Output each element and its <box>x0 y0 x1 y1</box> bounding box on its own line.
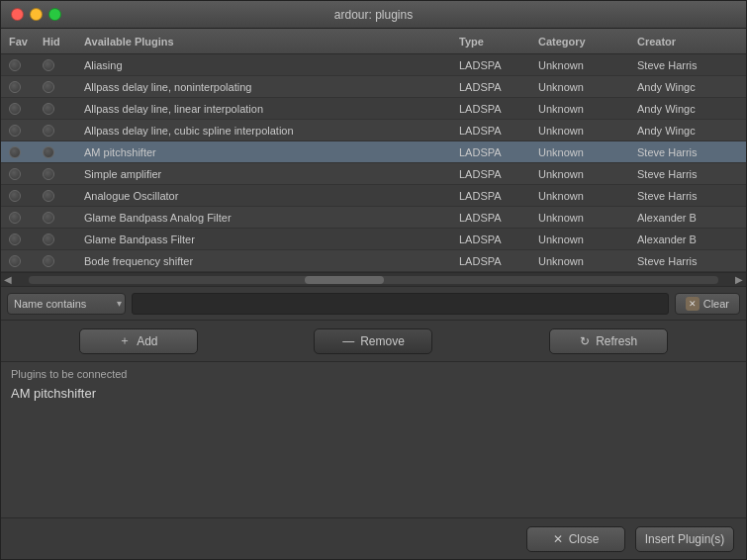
hid-radio-2[interactable] <box>43 103 54 115</box>
cell-fav-0 <box>1 59 43 71</box>
insert-button-label: Insert Plugin(s) <box>645 532 725 546</box>
add-button-label: Add <box>137 334 157 348</box>
fav-radio-7[interactable] <box>9 212 21 224</box>
plugin-table-body[interactable]: Aliasing LADSPA Unknown Steve Harris All… <box>1 54 746 272</box>
fav-radio-8[interactable] <box>9 233 21 245</box>
cell-fav-6 <box>1 190 43 202</box>
hid-radio-5[interactable] <box>43 168 54 180</box>
title-bar: ardour: plugins <box>1 1 746 29</box>
col-header-category: Category <box>538 36 637 47</box>
scroll-left-arrow[interactable]: ◀ <box>1 273 15 287</box>
hid-radio-3[interactable] <box>43 125 54 137</box>
cell-plugin-name-3: Allpass delay line, cubic spline interpo… <box>84 125 459 137</box>
table-row[interactable]: Glame Bandpass Filter LADSPA Unknown Ale… <box>1 229 746 250</box>
hid-radio-8[interactable] <box>43 233 54 245</box>
cell-plugin-name-7: Glame Bandpass Analog Filter <box>84 212 459 224</box>
table-row[interactable]: Allpass delay line, noninterpolating LAD… <box>1 76 746 98</box>
cell-type-3: LADSPA <box>459 125 538 137</box>
horizontal-scrollbar[interactable]: ◀ ▶ <box>1 272 746 286</box>
cell-type-2: LADSPA <box>459 103 538 115</box>
connected-plugins-area: Plugins to be connected AM pitchshifter <box>1 361 746 517</box>
cell-fav-1 <box>1 81 43 93</box>
cell-fav-7 <box>1 212 43 224</box>
close-window-button[interactable] <box>11 8 24 21</box>
cell-hid-4 <box>43 146 84 158</box>
fav-radio-1[interactable] <box>9 81 21 93</box>
cell-creator-3: Andy Wingc <box>637 125 746 137</box>
cell-hid-9 <box>43 255 84 267</box>
hid-radio-7[interactable] <box>43 212 54 224</box>
cell-plugin-name-5: Simple amplifier <box>84 168 459 180</box>
cell-creator-9: Steve Harris <box>637 255 746 267</box>
hid-radio-6[interactable] <box>43 190 54 202</box>
table-row[interactable]: Bode frequency shifter LADSPA Unknown St… <box>1 250 746 272</box>
maximize-window-button[interactable] <box>48 8 61 21</box>
h-scrollbar-track[interactable] <box>29 276 718 284</box>
close-button[interactable]: ✕ Close <box>526 526 625 552</box>
h-scrollbar-thumb[interactable] <box>305 276 384 284</box>
cell-category-7: Unknown <box>538 212 637 224</box>
cell-fav-9 <box>1 255 43 267</box>
cell-plugin-name-6: Analogue Oscillator <box>84 190 459 202</box>
clear-button[interactable]: ✕ Clear <box>675 293 740 315</box>
cell-hid-6 <box>43 190 84 202</box>
filter-type-select[interactable]: Name contains Type contains Category con… <box>7 293 126 315</box>
refresh-button[interactable]: ↻ Refresh <box>549 328 668 354</box>
table-row[interactable]: AM pitchshifter LADSPA Unknown Steve Har… <box>1 141 746 163</box>
cell-creator-1: Andy Wingc <box>637 81 746 93</box>
cell-creator-2: Andy Wingc <box>637 103 746 115</box>
clear-button-label: Clear <box>703 298 729 310</box>
table-row[interactable]: Aliasing LADSPA Unknown Steve Harris <box>1 54 746 76</box>
cell-type-9: LADSPA <box>459 255 538 267</box>
connected-plugin-name: AM pitchshifter <box>11 386 736 401</box>
plugin-table-area: Fav Hid Available Plugins Type Category … <box>1 29 746 286</box>
table-row[interactable]: Allpass delay line, cubic spline interpo… <box>1 120 746 141</box>
window-controls <box>11 8 61 21</box>
fav-radio-5[interactable] <box>9 168 21 180</box>
cell-fav-8 <box>1 233 43 245</box>
filter-bar: Name contains Type contains Category con… <box>1 286 746 320</box>
cell-type-1: LADSPA <box>459 81 538 93</box>
cell-hid-0 <box>43 59 84 71</box>
minimize-window-button[interactable] <box>30 8 43 21</box>
hid-radio-9[interactable] <box>43 255 54 267</box>
hid-radio-4[interactable] <box>43 146 54 158</box>
fav-radio-2[interactable] <box>9 103 21 115</box>
col-header-creator: Creator <box>637 36 746 47</box>
fav-radio-0[interactable] <box>9 59 21 71</box>
cell-plugin-name-4: AM pitchshifter <box>84 146 459 158</box>
table-row[interactable]: Analogue Oscillator LADSPA Unknown Steve… <box>1 185 746 207</box>
fav-radio-4[interactable] <box>9 146 21 158</box>
refresh-icon: ↻ <box>580 334 590 348</box>
cell-hid-5 <box>43 168 84 180</box>
connected-section-label: Plugins to be connected <box>11 368 736 380</box>
filter-type-select-wrap[interactable]: Name contains Type contains Category con… <box>7 293 126 315</box>
cell-category-4: Unknown <box>538 146 637 158</box>
table-row[interactable]: Simple amplifier LADSPA Unknown Steve Ha… <box>1 163 746 185</box>
add-icon: ＋ <box>119 332 131 349</box>
action-bar: ＋ Add — Remove ↻ Refresh <box>1 320 746 361</box>
fav-radio-6[interactable] <box>9 190 21 202</box>
cell-creator-5: Steve Harris <box>637 168 746 180</box>
cell-category-6: Unknown <box>538 190 637 202</box>
insert-plugin-button[interactable]: Insert Plugin(s) <box>635 526 734 552</box>
add-button[interactable]: ＋ Add <box>79 328 198 354</box>
cell-type-8: LADSPA <box>459 233 538 245</box>
filter-input[interactable] <box>132 293 669 315</box>
bottom-bar: ✕ Close Insert Plugin(s) <box>1 517 746 559</box>
close-icon: ✕ <box>553 532 563 546</box>
hid-radio-1[interactable] <box>43 81 54 93</box>
remove-button[interactable]: — Remove <box>314 328 432 354</box>
cell-plugin-name-2: Allpass delay line, linear interpolation <box>84 103 459 115</box>
fav-radio-9[interactable] <box>9 255 21 267</box>
cell-hid-1 <box>43 81 84 93</box>
cell-plugin-name-1: Allpass delay line, noninterpolating <box>84 81 459 93</box>
cell-category-5: Unknown <box>538 168 637 180</box>
cell-plugin-name-8: Glame Bandpass Filter <box>84 233 459 245</box>
table-row[interactable]: Glame Bandpass Analog Filter LADSPA Unkn… <box>1 207 746 229</box>
col-header-fav: Fav <box>1 36 43 47</box>
hid-radio-0[interactable] <box>43 59 54 71</box>
fav-radio-3[interactable] <box>9 125 21 137</box>
table-row[interactable]: Allpass delay line, linear interpolation… <box>1 98 746 120</box>
scroll-right-arrow[interactable]: ▶ <box>732 273 746 287</box>
